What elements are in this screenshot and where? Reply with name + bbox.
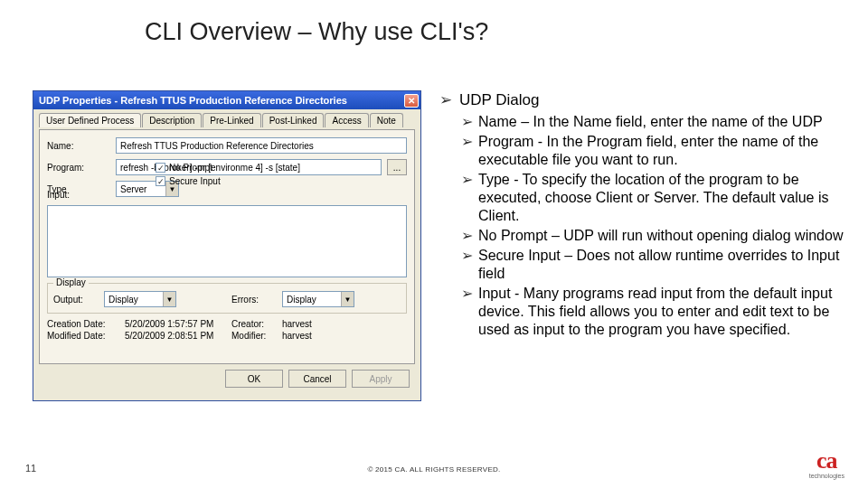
bullet-item: ➢Secure Input – Does not allow runtime o… xyxy=(461,247,846,283)
modified-date-label: Modified Date: xyxy=(47,331,119,341)
ca-logo: ca technologies xyxy=(809,452,844,479)
dialog-title-text: UDP Properties - Refresh TTUS Production… xyxy=(39,95,347,106)
display-group: Display Output: Display ▼ xyxy=(47,283,407,314)
bullet-item: ➢Input - Many programs read input from t… xyxy=(461,285,846,339)
tab-prelinked[interactable]: Pre-Linked xyxy=(203,113,260,127)
output-combo[interactable]: Display ▼ xyxy=(104,291,176,307)
bullet-text: Secure Input – Does not allow runtime ov… xyxy=(478,247,846,283)
creator-value: harvest xyxy=(282,319,407,329)
cancel-button[interactable]: Cancel xyxy=(288,370,346,388)
tab-access[interactable]: Access xyxy=(325,113,368,127)
creation-date-label: Creation Date: xyxy=(47,319,119,329)
row-input: Input: xyxy=(47,190,407,200)
bullet-item: ➢No Prompt – UDP will run without openin… xyxy=(461,227,846,245)
errors-value: Display xyxy=(287,295,316,305)
bullet-item: ➢Program - In the Program field, enter t… xyxy=(461,133,846,169)
errors-label: Errors: xyxy=(231,295,277,305)
bullet-heading-text: UDP Dialog xyxy=(459,90,540,109)
slide: CLI Overview – Why use CLI's? UDP Proper… xyxy=(0,0,868,488)
display-group-label: Display xyxy=(53,277,89,287)
dialog-body: User Defined Process Description Pre-Lin… xyxy=(33,109,420,400)
bullet-item: ➢Type - To specify the location of the p… xyxy=(461,171,846,225)
program-label: Program: xyxy=(47,163,110,173)
tab-strip: User Defined Process Description Pre-Lin… xyxy=(39,113,415,127)
creation-date-value: 5/20/2009 1:57:57 PM xyxy=(125,319,222,329)
meta-row-1: Creation Date:5/20/2009 1:57:57 PM Creat… xyxy=(47,319,407,329)
noprompt-checkbox[interactable]: ✓No Prompt xyxy=(156,163,407,173)
errors-combo[interactable]: Display ▼ xyxy=(282,291,354,307)
close-icon[interactable]: ✕ xyxy=(404,94,419,108)
noprompt-label: No Prompt xyxy=(169,163,212,173)
output-label: Output: xyxy=(53,295,99,305)
dialog-button-row: OK Cancel Apply xyxy=(39,364,415,395)
name-label: Name: xyxy=(47,141,110,151)
check-icon: ✓ xyxy=(156,176,165,186)
output-value: Display xyxy=(108,295,138,305)
secureinput-checkbox[interactable]: ✓Secure Input xyxy=(156,176,407,186)
chevron-down-icon: ▼ xyxy=(163,292,175,306)
dialog-titlebar: UDP Properties - Refresh TTUS Production… xyxy=(33,91,420,109)
tab-description[interactable]: Description xyxy=(142,113,202,127)
check-icon: ✓ xyxy=(156,163,165,173)
bullet-icon: ➢ xyxy=(461,133,473,169)
tab-panel: Name: Refresh TTUS Production Reference … xyxy=(39,129,415,364)
bullet-text: Name – In the Name field, enter the name… xyxy=(478,113,823,131)
bullet-icon: ➢ xyxy=(461,113,473,131)
apply-button[interactable]: Apply xyxy=(352,370,410,388)
logo-main: ca xyxy=(816,452,837,471)
bullet-item: ➢Name – In the Name field, enter the nam… xyxy=(461,113,846,131)
meta-row-2: Modified Date:5/20/2009 2:08:51 PM Modif… xyxy=(47,331,407,341)
secureinput-label: Secure Input xyxy=(169,176,221,186)
display-row: Output: Display ▼ Errors: Displ xyxy=(53,291,401,307)
tab-udp[interactable]: User Defined Process xyxy=(39,113,141,127)
tab-postlinked[interactable]: Post-Linked xyxy=(262,113,325,127)
name-input[interactable]: Refresh TTUS Production Reference Direct… xyxy=(116,137,407,154)
copyright-text: © 2015 CA. ALL RIGHTS RESERVED. xyxy=(367,465,500,474)
bullet-icon: ➢ xyxy=(461,171,473,225)
row-name: Name: Refresh TTUS Production Reference … xyxy=(47,137,407,154)
dialog-screenshot: UDP Properties - Refresh TTUS Production… xyxy=(33,90,421,401)
chevron-down-icon: ▼ xyxy=(341,292,354,306)
content-row: UDP Properties - Refresh TTUS Production… xyxy=(33,90,846,401)
logo-sub: technologies xyxy=(809,473,844,479)
modifier-value: harvest xyxy=(282,331,407,341)
udp-dialog: UDP Properties - Refresh TTUS Production… xyxy=(33,90,421,401)
ok-button[interactable]: OK xyxy=(225,370,283,388)
bullet-text: No Prompt – UDP will run without opening… xyxy=(478,227,843,245)
input-label: Input: xyxy=(47,190,110,200)
bullet-icon: ➢ xyxy=(461,285,473,339)
tab-note[interactable]: Note xyxy=(370,113,403,127)
bullet-icon: ➢ xyxy=(461,227,473,245)
bullet-heading: ➢UDP Dialog xyxy=(439,90,846,109)
bullet-text: Program - In the Program field, enter th… xyxy=(478,133,846,169)
modified-date-value: 5/20/2009 2:08:51 PM xyxy=(125,331,222,341)
modifier-label: Modifier: xyxy=(231,331,277,341)
creator-label: Creator: xyxy=(231,319,277,329)
bullet-text: Type - To specify the location of the pr… xyxy=(478,171,846,225)
bullet-icon: ➢ xyxy=(439,90,452,109)
slide-title: CLI Overview – Why use CLI's? xyxy=(145,18,488,46)
bullet-icon: ➢ xyxy=(461,247,473,283)
type-value: Server xyxy=(120,184,146,194)
bullet-panel: ➢UDP Dialog ➢Name – In the Name field, e… xyxy=(421,90,846,401)
input-textarea[interactable] xyxy=(47,205,407,277)
bullet-text: Input - Many programs read input from th… xyxy=(478,285,846,339)
page-number: 11 xyxy=(25,463,36,474)
